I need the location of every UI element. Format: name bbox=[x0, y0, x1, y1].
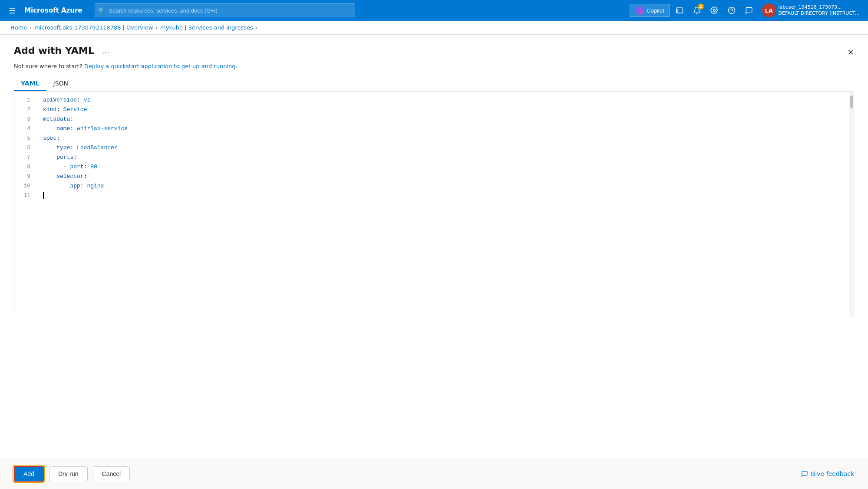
code-line-5: spec: bbox=[43, 134, 854, 143]
tab-yaml[interactable]: YAML bbox=[14, 76, 46, 91]
avatar-username: labuser_194518_173079... bbox=[779, 4, 859, 10]
code-line-10: app: nginx bbox=[43, 181, 854, 191]
feedback-nav-icon[interactable] bbox=[741, 3, 757, 18]
notification-badge: 2 bbox=[698, 3, 704, 10]
notifications-icon[interactable]: 2 bbox=[689, 3, 705, 18]
quickstart-link[interactable]: Deploy a quickstart application to get u… bbox=[84, 63, 238, 69]
svg-point-1 bbox=[713, 10, 715, 12]
line-num-4: 4 bbox=[14, 124, 36, 134]
breadcrumb-home[interactable]: Home bbox=[10, 24, 27, 31]
line-num-10: 10 bbox=[14, 181, 36, 191]
dry-run-button[interactable]: Dry-run bbox=[49, 466, 88, 481]
cloud-shell-icon[interactable] bbox=[672, 3, 687, 18]
yaml-editor[interactable]: 1 2 3 4 5 6 7 8 9 10 11 apiVersion: v1 k… bbox=[14, 92, 854, 317]
search-icon: 🔍 bbox=[98, 7, 105, 14]
search-bar: 🔍 bbox=[95, 3, 355, 17]
line-num-11: 11 bbox=[14, 191, 36, 200]
line-num-2: 2 bbox=[14, 105, 36, 115]
main-content: Add with YAML ... ✕ Not sure where to st… bbox=[0, 35, 868, 486]
code-line-9: selector: bbox=[43, 172, 854, 181]
line-num-6: 6 bbox=[14, 143, 36, 153]
line-num-1: 1 bbox=[14, 95, 36, 105]
feedback-icon bbox=[801, 470, 808, 477]
hamburger-menu-icon[interactable]: ☰ bbox=[5, 4, 19, 17]
code-line-1: apiVersion: v1 bbox=[43, 95, 854, 105]
avatar[interactable]: LA labuser_194518_173079... DEFAULT DIRE… bbox=[759, 2, 863, 19]
line-num-7: 7 bbox=[14, 153, 36, 162]
settings-icon[interactable] bbox=[706, 3, 722, 18]
close-button[interactable]: ✕ bbox=[844, 45, 858, 59]
give-feedback-link[interactable]: Give feedback bbox=[801, 470, 854, 477]
breadcrumb: Home › microsoft.aks-1730792118788 | Ove… bbox=[0, 21, 868, 35]
top-navigation: ☰ Microsoft Azure 🔍 Copilot 2 LA bbox=[0, 0, 868, 21]
feedback-label: Give feedback bbox=[811, 470, 854, 477]
breadcrumb-sep-3: › bbox=[256, 25, 258, 31]
breadcrumb-mykube[interactable]: mykube | Services and ingresses bbox=[160, 24, 253, 31]
tab-json[interactable]: JSON bbox=[46, 76, 76, 91]
avatar-directory: DEFAULT DIRECTORY (INSTRUCT... bbox=[779, 10, 859, 16]
avatar-user-info: labuser_194518_173079... DEFAULT DIRECTO… bbox=[779, 4, 859, 17]
page-footer: Add Dry-run Cancel Give feedback bbox=[0, 458, 868, 489]
copilot-label: Copilot bbox=[647, 7, 664, 14]
line-num-5: 5 bbox=[14, 134, 36, 143]
line-num-9: 9 bbox=[14, 172, 36, 181]
code-line-2: kind: Service bbox=[43, 105, 854, 115]
line-num-8: 8 bbox=[14, 162, 36, 172]
code-line-3: metadata: bbox=[43, 115, 854, 124]
cancel-button[interactable]: Cancel bbox=[93, 466, 130, 481]
copilot-button[interactable]: Copilot bbox=[630, 4, 670, 17]
line-numbers: 1 2 3 4 5 6 7 8 9 10 11 bbox=[14, 92, 36, 317]
brand-name: Microsoft Azure bbox=[24, 7, 82, 14]
breadcrumb-sep-2: › bbox=[155, 25, 158, 31]
copilot-icon bbox=[635, 6, 644, 15]
editor-scrollbar[interactable] bbox=[849, 92, 854, 317]
tab-bar: YAML JSON bbox=[14, 76, 854, 91]
code-line-8: - port: 80 bbox=[43, 162, 854, 172]
code-line-4: name: whizlab-service bbox=[43, 124, 854, 134]
hint-text: Not sure where to start? Deploy a quicks… bbox=[14, 63, 854, 69]
code-content[interactable]: apiVersion: v1 kind: Service metadata: n… bbox=[36, 92, 854, 317]
help-icon[interactable] bbox=[724, 3, 739, 18]
line-num-3: 3 bbox=[14, 115, 36, 124]
breadcrumb-sep-1: › bbox=[30, 25, 32, 31]
code-line-11 bbox=[43, 191, 854, 200]
code-line-6: type: LoadBalancer bbox=[43, 143, 854, 153]
page-title: Add with YAML bbox=[14, 45, 94, 56]
nav-right-actions: Copilot 2 LA labuser_194518_173079... DE… bbox=[630, 2, 863, 19]
breadcrumb-aks[interactable]: microsoft.aks-1730792118788 | Overview bbox=[34, 24, 153, 31]
code-line-7: ports: bbox=[43, 153, 854, 162]
avatar-initials: LA bbox=[762, 3, 776, 17]
search-input[interactable] bbox=[95, 3, 355, 17]
add-button[interactable]: Add bbox=[14, 466, 44, 482]
scrollbar-thumb bbox=[850, 95, 853, 108]
more-options-icon[interactable]: ... bbox=[99, 45, 112, 56]
page-header: Add with YAML ... bbox=[14, 45, 854, 56]
cursor bbox=[43, 192, 44, 199]
